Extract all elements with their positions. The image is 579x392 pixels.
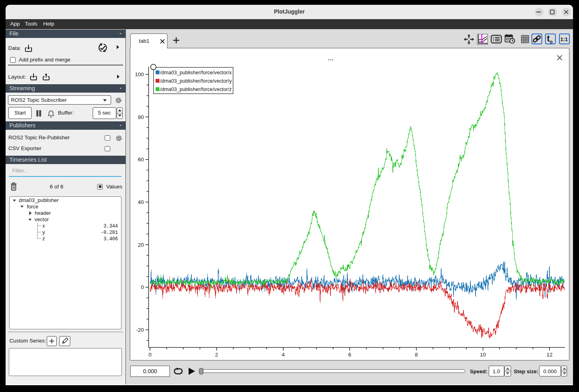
svg-text:/dma03_publisher/force/vector/: /dma03_publisher/force/vector/z: [160, 87, 232, 92]
svg-text:0: 0: [149, 352, 152, 358]
svg-text:4: 4: [282, 352, 285, 358]
svg-text:-20: -20: [136, 327, 144, 333]
svg-text:12: 12: [547, 352, 553, 358]
svg-text:60: 60: [138, 156, 144, 162]
svg-text:10: 10: [480, 352, 486, 358]
svg-text:40: 40: [138, 199, 144, 205]
svg-text:/dma03_publisher/force/vector/: /dma03_publisher/force/vector/x: [160, 70, 232, 75]
svg-text:8: 8: [415, 352, 418, 358]
svg-text:20: 20: [138, 242, 144, 248]
svg-text:/dma03_publisher/force/vector/: /dma03_publisher/force/vector/y: [160, 78, 232, 84]
svg-text:80: 80: [138, 114, 144, 120]
svg-text:2: 2: [215, 352, 218, 358]
svg-text:0: 0: [141, 284, 144, 290]
svg-text:6: 6: [348, 352, 352, 358]
svg-text:100: 100: [135, 71, 144, 77]
